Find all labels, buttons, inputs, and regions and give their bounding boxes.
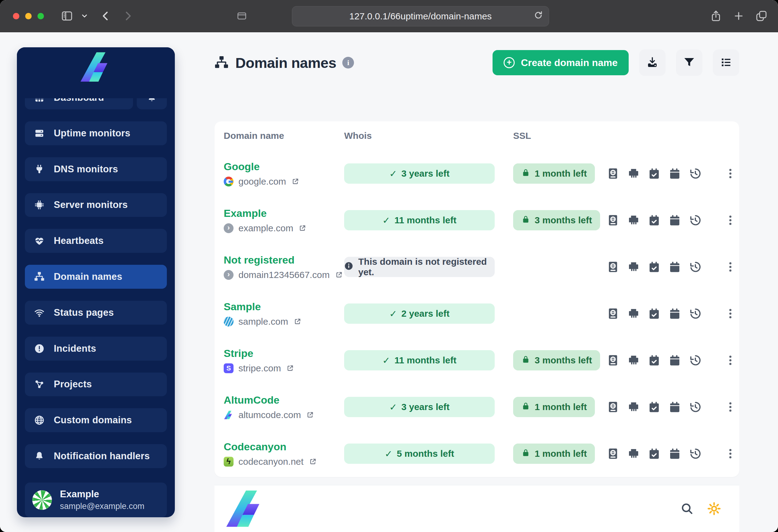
export-button[interactable] <box>639 50 666 76</box>
domain-title-link[interactable]: Sample <box>224 301 261 313</box>
nameservers-icon[interactable] <box>627 167 640 180</box>
create-domain-name-button[interactable]: + Create domain name <box>492 50 629 75</box>
whois-card-icon[interactable] <box>607 401 619 413</box>
nameservers-icon[interactable] <box>627 214 640 227</box>
close-window-button[interactable] <box>13 13 19 19</box>
zoom-window-button[interactable] <box>37 13 44 19</box>
sidebar-item-status-pages[interactable]: Status pages <box>25 301 167 325</box>
domain-title-link[interactable]: Google <box>224 161 260 173</box>
new-tab-icon[interactable] <box>733 10 745 22</box>
calendar-icon[interactable] <box>669 354 681 366</box>
ellipsis-icon[interactable] <box>724 214 736 227</box>
page-icon[interactable] <box>237 11 247 21</box>
whois-badge: ✓2 years left <box>344 303 495 324</box>
sidebar-item-domain-names[interactable]: Domain names <box>25 265 167 289</box>
nameservers-icon[interactable] <box>627 354 640 366</box>
heart-pulse-icon <box>34 236 45 246</box>
external-link-icon[interactable] <box>298 224 307 233</box>
external-link-icon[interactable] <box>293 317 302 326</box>
sidebar-item-incidents[interactable]: Incidents <box>25 337 167 361</box>
whois-card-icon[interactable] <box>607 214 619 227</box>
info-icon[interactable]: i <box>342 57 354 69</box>
history-icon[interactable] <box>689 261 701 273</box>
filter-button[interactable] <box>676 50 702 76</box>
ssl-cell: 1 month left <box>513 163 607 184</box>
sun-icon[interactable] <box>707 502 721 515</box>
nameservers-icon[interactable] <box>627 261 640 273</box>
browser-chrome: 127.0.0.1/66uptime/domain-names <box>0 0 778 32</box>
external-link-icon[interactable] <box>309 457 317 466</box>
calendar-check-icon[interactable] <box>648 167 660 180</box>
whois-card-icon[interactable] <box>607 354 619 366</box>
ellipsis-icon[interactable] <box>724 261 736 273</box>
calendar-icon[interactable] <box>669 167 681 180</box>
altumcode-logo-icon <box>80 52 112 83</box>
whois-card-icon[interactable] <box>607 307 619 320</box>
page-header: Domain names i + Create domain name <box>215 49 739 77</box>
sidebar-item-notification-handlers[interactable]: Notification handlers <box>25 444 167 468</box>
sidebar-item-projects[interactable]: Projects <box>25 373 167 396</box>
history-icon[interactable] <box>689 307 701 320</box>
ellipsis-icon[interactable] <box>724 401 736 413</box>
column-domain-name: Domain name <box>215 130 344 141</box>
history-icon[interactable] <box>689 448 701 460</box>
calendar-icon[interactable] <box>669 307 681 320</box>
address-bar[interactable]: 127.0.0.1/66uptime/domain-names <box>292 6 549 26</box>
share-icon[interactable] <box>710 10 722 22</box>
list-view-button[interactable] <box>713 50 739 76</box>
sidebar-item-uptime-monitors[interactable]: Uptime monitors <box>25 121 167 145</box>
ellipsis-icon[interactable] <box>724 167 736 180</box>
calendar-icon[interactable] <box>669 401 681 413</box>
ellipsis-icon[interactable] <box>724 448 736 460</box>
back-icon[interactable] <box>100 10 111 21</box>
calendar-check-icon[interactable] <box>648 401 660 413</box>
domain-title-link[interactable]: Example <box>224 207 267 219</box>
calendar-icon[interactable] <box>669 448 681 460</box>
history-icon[interactable] <box>689 214 701 227</box>
sidebar-toggle-icon[interactable] <box>61 10 73 22</box>
minimize-window-button[interactable] <box>25 13 32 19</box>
calendar-check-icon[interactable] <box>648 214 660 227</box>
domain-title-link[interactable]: Not registered <box>224 254 295 266</box>
calendar-check-icon[interactable] <box>648 448 660 460</box>
nameservers-icon[interactable] <box>627 307 640 320</box>
external-link-icon[interactable] <box>291 177 300 186</box>
domain-title-link[interactable]: Codecanyon <box>224 441 286 453</box>
forward-icon[interactable] <box>122 10 133 21</box>
nameservers-icon[interactable] <box>627 448 640 460</box>
chevron-down-icon[interactable] <box>81 13 88 19</box>
whois-card-icon[interactable] <box>607 448 619 460</box>
external-link-icon[interactable] <box>335 271 343 279</box>
external-link-icon[interactable] <box>286 364 294 373</box>
whois-card-icon[interactable] <box>607 261 619 273</box>
check-icon: ✓ <box>383 215 390 226</box>
refresh-icon[interactable] <box>533 10 543 22</box>
sidebar-item-custom-domains[interactable]: Custom domains <box>25 408 167 432</box>
whois-card-icon[interactable] <box>607 167 619 180</box>
history-icon[interactable] <box>689 401 701 413</box>
profile-menu[interactable]: Example sample@example.com <box>25 482 167 517</box>
ellipsis-icon[interactable] <box>724 354 736 366</box>
history-icon[interactable] <box>689 167 701 180</box>
external-link-icon[interactable] <box>306 411 314 419</box>
altumcode-footer-logo-icon[interactable] <box>226 491 265 527</box>
sidebar-item-label: Status pages <box>54 307 114 318</box>
history-icon[interactable] <box>689 354 701 366</box>
nameservers-icon[interactable] <box>627 401 640 413</box>
calendar-icon[interactable] <box>669 214 681 227</box>
sidebar-logo[interactable] <box>17 47 175 98</box>
domain-title-link[interactable]: Stripe <box>224 347 253 359</box>
calendar-check-icon[interactable] <box>648 354 660 366</box>
share-nodes-icon <box>34 379 45 389</box>
domain-title-link[interactable]: AltumCode <box>224 394 279 406</box>
calendar-icon[interactable] <box>669 261 681 273</box>
search-icon[interactable] <box>680 502 694 515</box>
avatar <box>32 490 52 510</box>
ellipsis-icon[interactable] <box>724 307 736 320</box>
sidebar-item-dns-monitors[interactable]: DNS monitors <box>25 157 167 181</box>
sidebar-item-heartbeats[interactable]: Heartbeats <box>25 229 167 253</box>
calendar-check-icon[interactable] <box>648 307 660 320</box>
calendar-check-icon[interactable] <box>648 261 660 273</box>
sidebar-item-server-monitors[interactable]: Server monitors <box>25 193 167 217</box>
tabs-icon[interactable] <box>755 10 768 22</box>
